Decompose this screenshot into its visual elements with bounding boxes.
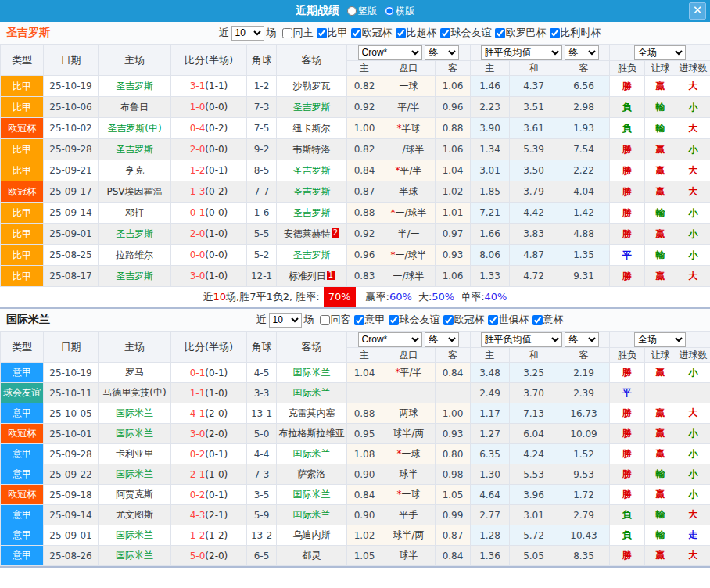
- filter-checkbox[interactable]: [396, 28, 406, 38]
- home-team: 圣吉罗斯: [99, 224, 171, 245]
- draw-odds: 6.04: [510, 424, 558, 444]
- match-date: 25-10-05: [44, 403, 99, 424]
- half-time-score: (0-0): [205, 102, 228, 113]
- subcol-outcome: 胜负: [610, 61, 645, 76]
- match-date: 25-09-22: [44, 464, 99, 485]
- filter-比超杯[interactable]: 比超杯: [393, 26, 437, 40]
- outcome-result: 勝: [610, 76, 645, 97]
- lose-odds: 9.53: [558, 464, 610, 485]
- draw-odds: 5.05: [510, 546, 558, 566]
- filter-checkbox[interactable]: [440, 28, 450, 38]
- filter-球会友谊[interactable]: 球会友谊: [437, 26, 492, 40]
- filter-比利时杯[interactable]: 比利时杯: [547, 26, 601, 40]
- col-score: 比分(半场): [171, 45, 247, 76]
- matches-table: 类型 日期 主场 比分(半场) 角球 客场 Crow* 终 胜平负均值 终 全场: [0, 331, 710, 566]
- full-time-score: 0-1: [190, 368, 206, 378]
- layout-option-vertical[interactable]: 竖版: [342, 5, 377, 18]
- col-date: 日期: [44, 45, 99, 76]
- rank-badge: 2: [332, 228, 339, 238]
- filter-同主[interactable]: 同主: [279, 26, 314, 40]
- handicap-line: 球半/两: [382, 424, 436, 444]
- filter-checkbox[interactable]: [488, 315, 498, 325]
- outcome-result: 勝: [610, 363, 645, 383]
- recent-count-select[interactable]: 10: [231, 26, 264, 41]
- asian-final-select[interactable]: 终: [425, 45, 459, 60]
- layout-option-horizontal[interactable]: 横版: [380, 5, 414, 18]
- europe-final-select[interactable]: 终: [565, 45, 599, 60]
- win-odds: 4.64: [471, 485, 510, 505]
- win-odds: 8.06: [471, 245, 510, 266]
- filter-checkbox[interactable]: [282, 28, 292, 38]
- match-date: 25-10-02: [44, 118, 99, 139]
- score: 0-0(0-0): [171, 245, 247, 266]
- full-time-score: 0-1: [190, 207, 206, 218]
- filter-比甲[interactable]: 比甲: [314, 26, 348, 40]
- filter-意杯[interactable]: 意杯: [529, 313, 564, 327]
- full-time-score: 3-1: [190, 81, 206, 91]
- filter-世俱杯[interactable]: 世俱杯: [485, 313, 529, 327]
- league-badge: 比甲: [1, 160, 44, 181]
- filter-checkbox[interactable]: [317, 28, 327, 38]
- match-date: 25-10-06: [44, 97, 99, 118]
- europe-avg-select[interactable]: 胜平负均值: [481, 45, 562, 60]
- odds-company-select[interactable]: Crow*: [358, 45, 422, 60]
- europe-avg-select[interactable]: 胜平负均值: [481, 332, 562, 347]
- outcome-result: 勝: [610, 203, 645, 224]
- filter-label: 比超杯: [407, 26, 437, 40]
- asian-final-select[interactable]: 终: [425, 332, 459, 347]
- match-date: 25-10-19: [44, 76, 99, 97]
- handicap-result: 輸: [645, 203, 676, 224]
- recent-count-select[interactable]: 10: [269, 313, 302, 328]
- handicap-result: 贏: [645, 485, 676, 505]
- filter-checkbox[interactable]: [354, 315, 364, 325]
- corners: 5-0: [247, 424, 277, 444]
- filter-同客[interactable]: 同客: [317, 313, 351, 327]
- away-team: 国际米兰: [277, 383, 347, 403]
- filter-checkbox[interactable]: [495, 28, 505, 38]
- half-time-score: (2-0): [205, 408, 228, 419]
- odds-company-select[interactable]: Crow*: [358, 332, 422, 347]
- filter-欧冠杯[interactable]: 欧冠杯: [348, 26, 393, 40]
- away-team: 都灵: [277, 546, 347, 566]
- match-row: 球会友谊25-10-11马德里竞技(中)1-1(1-0)3-3国际米兰2.493…: [1, 383, 710, 403]
- subcol-handicap: 盘口: [382, 348, 436, 363]
- filter-checkbox[interactable]: [389, 315, 399, 325]
- filter-checkbox[interactable]: [320, 315, 330, 325]
- scope-select[interactable]: 全场: [634, 332, 686, 347]
- filter-checkbox[interactable]: [443, 315, 454, 325]
- close-button[interactable]: ✕: [689, 2, 706, 20]
- filter-label: 同主: [293, 26, 314, 40]
- home-team: 尤文图斯: [99, 505, 171, 525]
- draw-odds: 5.53: [510, 464, 558, 485]
- half-time-score: (0-0): [205, 144, 228, 155]
- star-mark: *: [397, 448, 402, 459]
- filter-欧罗巴杯[interactable]: 欧罗巴杯: [492, 26, 547, 40]
- europe-final-select[interactable]: 终: [565, 332, 599, 347]
- filter-checkbox[interactable]: [351, 28, 361, 38]
- handicap-line: 平/半: [382, 97, 436, 118]
- filter-label: 球会友谊: [400, 313, 440, 327]
- filter-label: 意甲: [365, 313, 385, 327]
- half-time-score: (0-0): [205, 249, 228, 260]
- filter-球会友谊[interactable]: 球会友谊: [385, 313, 440, 327]
- vertical-radio[interactable]: [347, 6, 357, 16]
- draw-odds: 3.61: [510, 118, 558, 139]
- filter-checkbox[interactable]: [532, 315, 543, 325]
- corners: 1-6: [247, 203, 277, 224]
- scope-select[interactable]: 全场: [634, 45, 686, 60]
- handicap-line: *一球: [382, 444, 436, 464]
- away-team: 国际米兰: [277, 485, 347, 505]
- half-time-score: (2-0): [205, 550, 228, 561]
- handicap-line: [382, 383, 436, 403]
- handicap-result: 贏: [645, 266, 676, 287]
- asian-home-odds: 0.84: [347, 160, 382, 181]
- home-team: 邓打: [99, 203, 171, 224]
- filter-意甲[interactable]: 意甲: [351, 313, 385, 327]
- filter-checkbox[interactable]: [550, 28, 560, 38]
- league-badge: 欧冠杯: [1, 424, 44, 444]
- draw-odds: 3.79: [510, 181, 558, 203]
- stat-label-big: 大:: [418, 291, 432, 303]
- asian-home-odds: 0.95: [347, 424, 382, 444]
- horizontal-radio[interactable]: [385, 6, 394, 16]
- filter-欧冠杯[interactable]: 欧冠杯: [440, 313, 485, 327]
